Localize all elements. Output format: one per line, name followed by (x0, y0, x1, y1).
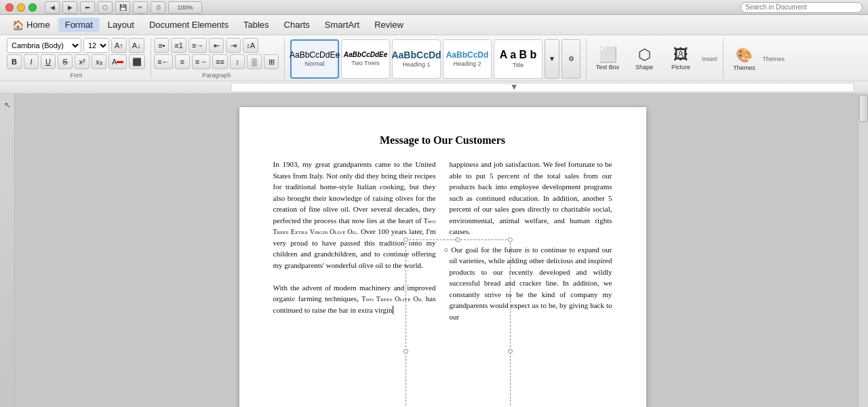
document-content: In 1903, my great grandparents came to t… (273, 159, 612, 329)
line-spacing-button[interactable]: ↕ (230, 54, 245, 69)
insert-shape-button[interactable]: ⬡ Shape (629, 47, 660, 71)
ribbon-group-insert: ⬜ Text Box ⬡ Shape 🖼 Picture Insert (587, 38, 724, 79)
highlight-button[interactable]: ⬛ (129, 54, 145, 69)
borders-button[interactable]: ⊞ (264, 54, 279, 69)
ruler-marker-center (511, 85, 517, 90)
toolbar-icon-5[interactable]: 💾 (115, 1, 130, 14)
superscript-button[interactable]: x² (75, 54, 90, 69)
shape-icon: ⬡ (638, 47, 651, 62)
font-size-select[interactable]: 12 (83, 38, 109, 53)
bold-button[interactable]: B (7, 54, 22, 69)
style-title[interactable]: A a B b Title (494, 39, 542, 79)
strikethrough-button[interactable]: S (58, 54, 73, 69)
style-heading1-preview: AaBbCcDd (391, 50, 441, 60)
underline-button[interactable]: U (41, 54, 56, 69)
toolbar-icon-1[interactable]: ◀ (45, 1, 60, 14)
themes-button[interactable]: 🎨 Themes (729, 47, 760, 71)
shape-label: Shape (635, 64, 653, 71)
insert-textbox-button[interactable]: ⬜ Text Box (592, 47, 623, 71)
justify-button[interactable]: ≡≡ (212, 54, 228, 69)
search-container (741, 2, 863, 13)
right-para-1: happiness and job satisfaction. We feel … (450, 159, 612, 237)
align-left-button[interactable]: ≡← (154, 54, 172, 69)
brand-name-1: Two Trees Extra Virgin Olive Oil. (273, 217, 436, 236)
search-input[interactable] (741, 2, 863, 13)
sort-button[interactable]: ↕A (243, 38, 258, 53)
toolbar-icon-3[interactable]: ⬅ (80, 1, 95, 14)
shading-button[interactable]: ▒ (247, 54, 262, 69)
right-para-2: ○ Our goal for the future is to continue… (450, 244, 612, 323)
styles-options-button[interactable]: ⚙ (561, 39, 580, 79)
menu-home[interactable]: 🏠 Home (5, 18, 57, 33)
style-two-trees-label: Two Trees (351, 60, 380, 66)
ruler-track (231, 83, 854, 92)
subscript-button[interactable]: x₂ (92, 54, 106, 69)
toolbar-icon-7[interactable]: ⎙ (151, 1, 165, 14)
style-two-trees[interactable]: AaBbCcDdEe Two Trees (341, 39, 390, 79)
ruler (0, 81, 868, 94)
ribbon-group-styles: AaBbCcDdEe Normal AaBbCcDdEe Two Trees A… (285, 38, 587, 79)
textbox-label: Text Box (596, 64, 620, 71)
italic-button[interactable]: I (24, 54, 39, 69)
align-center-button[interactable]: ≡ (175, 54, 190, 69)
list-button[interactable]: ≡→ (189, 38, 207, 53)
style-normal[interactable]: AaBbCcDdEe Normal (290, 39, 339, 79)
menu-review[interactable]: Review (368, 18, 410, 32)
title-bar: ◀ ▶ ⬅ ⬡ 💾 ✂ ⎙ 100% (0, 0, 868, 15)
minimize-button[interactable] (17, 3, 25, 12)
font-grow-button[interactable]: A↑ (111, 38, 127, 53)
left-para-2: With the advent of modern machinery and … (273, 282, 436, 316)
font-row-2: B I U S x² x₂ A ⬛ (7, 54, 145, 69)
toolbar-icon-4[interactable]: ⬡ (98, 1, 113, 14)
increase-indent-button[interactable]: ⇥ (226, 38, 241, 53)
right-column[interactable]: happiness and job satisfaction. We feel … (450, 159, 612, 329)
bullets-button[interactable]: ≡• (154, 38, 169, 53)
style-heading2[interactable]: AaBbCcDd Heading 2 (443, 39, 492, 79)
themes-group-label: Themes (763, 56, 785, 62)
textbox-icon: ⬜ (599, 47, 617, 62)
left-para-1: In 1903, my great grandparents came to t… (273, 159, 436, 271)
handle-right[interactable] (508, 349, 513, 354)
close-button[interactable] (5, 3, 14, 12)
style-title-preview: A a B b (500, 50, 537, 60)
font-color-button[interactable]: A (108, 54, 127, 69)
styles-more-button[interactable]: ▼ (545, 39, 559, 79)
menu-layout[interactable]: Layout (101, 18, 141, 32)
brand-name-2: Two Trees Olive Oil (361, 295, 422, 303)
document-area: ↖ Message to Our Customers In 1903, my g… (0, 94, 868, 407)
text-cursor (393, 306, 393, 314)
menu-format[interactable]: Format (58, 18, 100, 32)
maximize-button[interactable] (28, 3, 37, 12)
menu-bar: 🏠 Home Format Layout Document Elements T… (0, 15, 868, 35)
ribbon-group-themes: 🎨 Themes Themes (724, 38, 791, 79)
insert-group-label: Insert (702, 56, 717, 62)
toolbar-icons: ◀ ▶ ⬅ ⬡ 💾 ✂ ⎙ 100% (45, 1, 202, 14)
menu-tables[interactable]: Tables (237, 18, 276, 32)
paragraph-row-1: ≡• ≡1 ≡→ ⇤ ⇥ ↕A (154, 38, 279, 53)
paragraph-row-2: ≡← ≡ ≡→ ≡≡ ↕ ▒ ⊞ (154, 54, 279, 69)
menu-charts[interactable]: Charts (277, 18, 317, 32)
menu-document-elements[interactable]: Document Elements (142, 18, 235, 32)
align-right-button[interactable]: ≡→ (192, 54, 210, 69)
themes-label: Themes (733, 64, 755, 71)
font-group-label: Font (7, 72, 145, 79)
toolbar-icon-2[interactable]: ▶ (62, 1, 77, 14)
style-heading1-label: Heading 1 (403, 61, 431, 68)
zoom-display[interactable]: 100% (168, 1, 202, 14)
scroll-thumb[interactable] (859, 95, 868, 122)
menu-smartart[interactable]: SmartArt (318, 18, 366, 32)
handle-left[interactable] (403, 349, 408, 354)
toolbar-icon-6[interactable]: ✂ (133, 1, 148, 14)
ribbon-group-font: Cambria (Body) 12 A↑ A↓ B I U S x² x₂ A … (4, 38, 151, 79)
font-family-select[interactable]: Cambria (Body) (7, 38, 81, 53)
themes-icon: 🎨 (736, 47, 753, 63)
style-heading1[interactable]: AaBbCcDd Heading 1 (392, 39, 441, 79)
left-tool-pointer[interactable]: ↖ (3, 99, 12, 111)
left-column[interactable]: In 1903, my great grandparents came to t… (273, 159, 436, 329)
numbering-button[interactable]: ≡1 (171, 38, 186, 53)
decrease-indent-button[interactable]: ⇤ (209, 38, 224, 53)
left-toolbar: ↖ (0, 94, 15, 407)
style-normal-label: Normal (305, 60, 325, 67)
font-shrink-button[interactable]: A↓ (129, 38, 144, 53)
insert-picture-button[interactable]: 🖼 Picture (665, 47, 696, 71)
